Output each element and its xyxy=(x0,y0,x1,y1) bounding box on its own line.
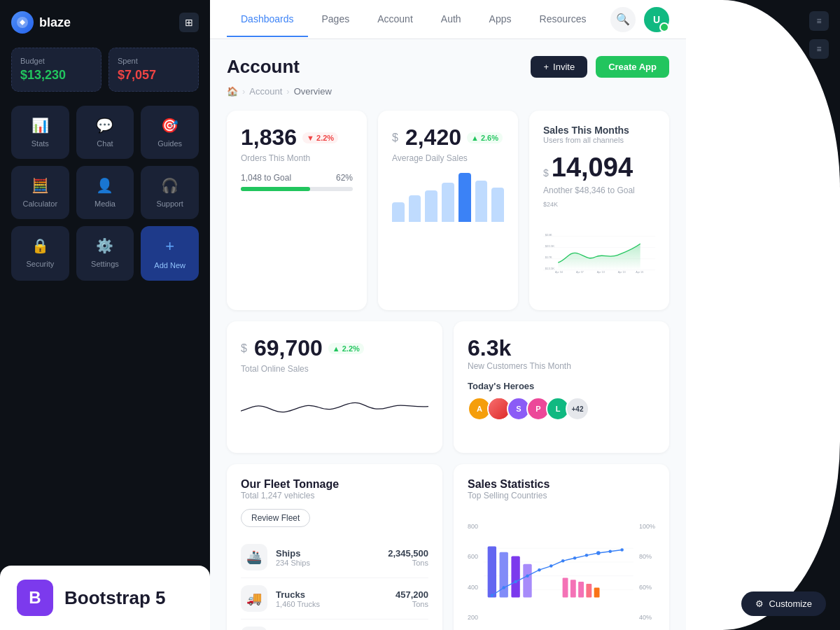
sales-stats-subtitle: Top Selling Countries xyxy=(468,491,655,500)
user-avatar[interactable]: U xyxy=(644,7,669,32)
security-icon: 🔒 xyxy=(31,237,49,254)
media-icon: 👤 xyxy=(96,177,113,194)
spent-amount: $7,057 xyxy=(118,68,190,83)
page-header: Account + Invite Create App xyxy=(227,56,669,78)
invite-button[interactable]: + Invite xyxy=(531,56,587,78)
orders-card: 1,836 ▼ 2.2% Orders This Month 1,048 to … xyxy=(227,111,367,310)
sidebar-item-support[interactable]: 🎧 Support xyxy=(141,166,199,219)
svg-rect-18 xyxy=(488,546,496,597)
online-sales-badge: ▲ 2.2% xyxy=(328,343,364,354)
sidebar-item-calculator[interactable]: 🧮 Calculator xyxy=(11,166,69,219)
sidebar: blaze ⊞ Budget $13,230 Spent $7,057 📊 St… xyxy=(0,0,210,630)
settings-icon: ⚙️ xyxy=(96,237,113,254)
breadcrumb-sep1: › xyxy=(242,86,245,97)
ships-icon: 🚢 xyxy=(241,544,267,570)
svg-text:$24K: $24K xyxy=(545,233,552,237)
online-sales-row: $ 69,700 ▲ 2.2% xyxy=(241,335,428,361)
tab-resources[interactable]: Resources xyxy=(526,2,601,37)
ships-amount-group: 2,345,500 Tons xyxy=(388,548,428,567)
review-fleet-button[interactable]: Review Fleet xyxy=(241,509,310,527)
daily-sales-number: 2,420 xyxy=(405,125,461,150)
sales-stats-card: Sales Statistics Top Selling Countries 8… xyxy=(454,464,669,630)
customers-number: 6.3k xyxy=(468,335,655,361)
daily-sales-badge: ▲ 2.6% xyxy=(467,132,503,144)
page-title: Account xyxy=(227,56,300,78)
top-nav: Dashboards Pages Account Auth Apps Resou… xyxy=(210,0,686,39)
security-label: Security xyxy=(26,260,54,268)
progress-bar-bg xyxy=(241,187,353,191)
tab-auth[interactable]: Auth xyxy=(427,2,475,37)
sidebar-item-add-new[interactable]: + Add New xyxy=(141,226,199,281)
page-actions: + Invite Create App xyxy=(531,56,669,78)
sales-bars-svg xyxy=(484,523,634,621)
sales-dollar: $ xyxy=(543,167,549,178)
sales-amount-row: $ 14,094 xyxy=(543,153,655,183)
create-app-button[interactable]: Create App xyxy=(596,56,669,78)
svg-rect-25 xyxy=(586,584,592,598)
breadcrumb: 🏠 › Account › Overview xyxy=(227,86,669,97)
tab-pages[interactable]: Pages xyxy=(308,2,364,37)
budget-cards: Budget $13,230 Spent $7,057 xyxy=(11,48,199,92)
top-nav-right: 🔍 U xyxy=(610,7,669,32)
support-label: Support xyxy=(156,200,183,208)
planes-icon: ✈️ xyxy=(241,626,267,630)
trucks-icon: 🚚 xyxy=(241,585,267,612)
orders-number: 1,836 xyxy=(241,125,297,150)
svg-text:Apr 16: Apr 16 xyxy=(636,271,643,274)
sidebar-item-guides[interactable]: 🎯 Guides xyxy=(141,106,199,159)
right-panel-content: ≡ ≡ xyxy=(686,0,840,630)
customers-label: New Customers This Month xyxy=(468,361,655,371)
budget-amount: $13,230 xyxy=(20,68,92,83)
orders-badge: ▼ 2.2% xyxy=(302,132,338,144)
right-panel-icon-1[interactable]: ≡ xyxy=(809,11,829,31)
search-button[interactable]: 🔍 xyxy=(610,7,636,32)
daily-sales-row: $ 2,420 ▲ 2.6% xyxy=(392,125,504,150)
sidebar-item-stats[interactable]: 📊 Stats xyxy=(11,106,69,159)
sales-amount: 14,094 xyxy=(552,153,633,183)
svg-text:$17K: $17K xyxy=(545,255,552,259)
sales-sub: Another $48,346 to Goal xyxy=(543,186,655,195)
sidebar-header: blaze ⊞ xyxy=(11,11,199,34)
tab-dashboards[interactable]: Dashboards xyxy=(227,2,308,37)
svg-point-38 xyxy=(620,548,624,552)
sidebar-item-settings[interactable]: ⚙️ Settings xyxy=(76,226,134,281)
daily-sales-label: Average Daily Sales xyxy=(392,153,504,163)
svg-text:Apr 07: Apr 07 xyxy=(576,271,584,274)
sales-line-chart: $24K $20.5K $17K $13.5K Apr 04 Apr 07 Ap… xyxy=(543,209,655,293)
y-labels: 800 600 400 200 xyxy=(468,523,478,621)
orders-label: Orders This Month xyxy=(241,153,353,163)
bar-4 xyxy=(442,183,454,222)
breadcrumb-sep2: › xyxy=(286,86,289,97)
svg-rect-22 xyxy=(563,578,568,597)
heroes-section: Today's Heroes A S P L +42 xyxy=(468,381,655,421)
heroes-avatars: A S P L +42 xyxy=(468,397,655,421)
breadcrumb-account[interactable]: Account xyxy=(249,86,282,97)
settings-label: Settings xyxy=(91,260,119,268)
customers-card: 6.3k New Customers This Month Today's He… xyxy=(454,321,669,453)
svg-text:$20.5K: $20.5K xyxy=(545,244,555,248)
bootstrap-text: Bootstrap 5 xyxy=(64,587,165,609)
menu-icon[interactable]: ⊞ xyxy=(179,13,199,32)
svg-point-31 xyxy=(538,568,541,572)
tab-apps[interactable]: Apps xyxy=(475,2,526,37)
orders-number-row: 1,836 ▼ 2.2% xyxy=(241,125,353,150)
svg-rect-21 xyxy=(523,564,531,598)
sales-stats-title: Sales Statistics xyxy=(468,478,655,491)
breadcrumb-current: Overview xyxy=(294,86,332,97)
logo-icon xyxy=(11,11,34,34)
chat-label: Chat xyxy=(97,139,113,148)
bar-7 xyxy=(491,188,504,222)
home-icon[interactable]: 🏠 xyxy=(227,86,238,97)
invite-plus-icon: + xyxy=(543,62,549,72)
sidebar-item-security[interactable]: 🔒 Security xyxy=(11,226,69,281)
svg-point-36 xyxy=(596,551,601,555)
sidebar-item-chat[interactable]: 💬 Chat xyxy=(76,106,134,159)
fleet-item-planes: ✈️ Planes 8 Aircrafts 1,240 Tons xyxy=(241,620,428,630)
customize-button[interactable]: ⚙ Customize xyxy=(741,592,826,616)
tab-account[interactable]: Account xyxy=(363,2,427,37)
stats-grid: 1,836 ▼ 2.2% Orders This Month 1,048 to … xyxy=(227,111,669,310)
sidebar-item-media[interactable]: 👤 Media xyxy=(76,166,134,219)
daily-sales-card: $ 2,420 ▲ 2.6% Average Daily Sales xyxy=(378,111,518,310)
right-panel-icon-2[interactable]: ≡ xyxy=(809,39,829,59)
stats-row2: $ 69,700 ▲ 2.2% Total Online Sales 6.3k … xyxy=(227,321,669,453)
